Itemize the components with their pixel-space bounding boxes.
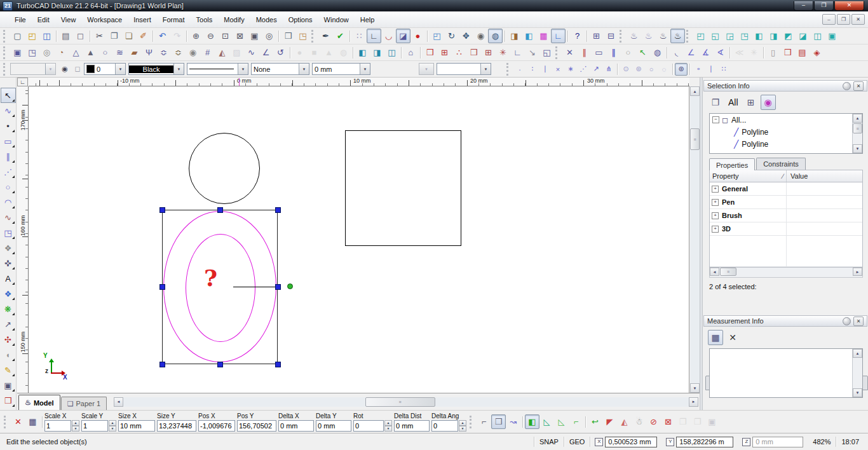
washer-3d-icon[interactable]: ◉ [186,45,200,60]
scroll-down-icon[interactable]: ▼ [690,383,700,393]
assoc-dimension-icon[interactable]: ⌐ [477,414,491,429]
property-row-general[interactable]: +General [710,182,862,196]
copy-array-icon[interactable]: ⊞ [437,45,452,60]
scroll-right-icon[interactable]: ► [853,268,862,276]
snap-compass-icon[interactable]: ⊛ [675,63,688,76]
menu-modify[interactable]: Modify [218,13,250,26]
snap-center-icon[interactable]: ⊚ [632,63,645,76]
scrollbar-thumb[interactable]: ≡ [690,128,700,150]
tree-item-polyline[interactable]: ╱Polyline [710,138,862,150]
view-right-icon[interactable]: ◧ [752,29,766,43]
color-manager-icon[interactable]: ▦ [536,29,551,43]
cancel-inspector-icon[interactable]: ✕ [11,414,25,429]
square-shape[interactable] [345,130,461,246]
db-cylinder-icon[interactable]: ≎ [156,45,171,60]
measurement-table-icon[interactable]: ▦ [708,330,723,345]
lock-position-icon[interactable]: ▯ [766,45,780,60]
scroll-left-icon[interactable]: ◄ [710,268,719,276]
union-2d-icon[interactable]: ◧ [355,45,370,60]
prism-3d-icon[interactable]: ▲ [83,45,98,60]
ucs-toggle-icon[interactable]: ∟ [551,29,566,43]
copy-radial-icon[interactable]: ∴ [452,45,466,60]
scale-x-spinner[interactable]: ▲▼ [72,420,79,432]
apply-properties-icon[interactable]: ◧ [522,29,536,43]
parallel-blue-icon[interactable]: ∥ [606,45,621,60]
x-coordinate-field[interactable]: 0,500523 mm [605,437,657,447]
expand-plus-icon[interactable]: + [712,186,719,193]
pin-icon[interactable] [843,82,851,90]
expand-plus-icon[interactable]: + [712,212,719,219]
assoc-dimension-active-icon[interactable]: ❒ [491,414,506,429]
no-entry-icon[interactable]: ⊘ [646,414,661,429]
marker-tool-icon[interactable]: ✎ [1,362,16,378]
facet-editor-icon[interactable]: ⌂ [403,45,418,60]
angle-3d-icon[interactable]: ∠ [259,45,273,60]
property-row-3d[interactable]: +3D [710,222,862,236]
menu-help[interactable]: Help [355,13,381,26]
sheet-tab-model[interactable]: ♨Model [18,395,60,410]
zoom-page-icon[interactable]: ▣ [247,29,262,43]
empty-combo-small[interactable]: ▼ [419,63,434,75]
workplane-cp-icon[interactable]: ◺ [554,414,569,429]
zoom-window-icon[interactable]: ⊡ [218,29,233,43]
layer-lock-icon[interactable]: ◻ [71,63,84,76]
scroll-right-icon[interactable]: ► [689,397,698,407]
rect-circle-icon[interactable]: ◍ [650,45,665,60]
shell-3d-icon[interactable]: ◔ [54,45,69,60]
menu-file[interactable]: File [9,13,32,26]
corner-trim-icon[interactable]: ∟ [510,45,525,60]
db-cylinder-2-icon[interactable]: ≎ [171,45,186,60]
select-2d-mode-icon[interactable]: ⊞ [589,29,604,43]
menu-format[interactable]: Format [157,13,191,26]
redline-mode-icon[interactable]: ● [410,29,425,43]
spiral-3d-icon[interactable]: ↺ [273,45,288,60]
toolbar-grip[interactable] [3,30,7,43]
cone-3d-icon[interactable]: △ [69,45,83,60]
pos-x-field[interactable] [198,420,235,432]
copy-properties-icon[interactable]: ◨ [507,29,522,43]
dimension-target-icon[interactable]: ◈ [810,45,824,60]
snap-magnetic-icon[interactable]: ◡ [381,29,396,43]
snap-intersection-icon[interactable]: × [552,63,564,76]
scroll-down-icon[interactable]: ▼ [853,388,862,397]
render-quality-icon[interactable]: ♨ [670,29,685,43]
scroll-up-icon[interactable]: ▲ [853,349,862,358]
spline-tool-icon[interactable]: ∿ [1,210,16,225]
selection-handle-ne[interactable] [275,207,281,213]
pattern-linear-icon[interactable]: ❒ [466,45,481,60]
delta-ang-field[interactable] [431,420,458,432]
zoom-in-icon[interactable]: ⊕ [189,29,203,43]
box-tool-icon[interactable]: ◳ [1,225,16,240]
view-back-icon[interactable]: ◲ [722,29,737,43]
dimension-tool-icon[interactable]: ✣ [1,332,16,347]
pattern-array-icon[interactable]: ⊞ [481,45,496,60]
menu-edit[interactable]: Edit [32,13,55,26]
empty-combo-wide[interactable]: ▼ [437,63,491,75]
tree-item-all[interactable]: −◻All... [710,114,862,126]
close-icon[interactable]: ✕ [853,81,864,91]
pattern-combo[interactable]: None ▼ [251,63,309,75]
tree-scrollbar[interactable]: ▲ ≡ ▼ [852,114,862,153]
render-draft-icon[interactable]: ♨ [656,29,670,43]
tree-expander-icon[interactable]: − [712,116,719,123]
pan-view-icon[interactable]: ✥ [459,29,473,43]
z-coordinate-field[interactable]: 0 mm [752,437,803,447]
expand-plus-icon[interactable]: + [712,199,719,206]
image-tool-icon[interactable]: ❖ [1,286,16,301]
revert-arrow-icon[interactable]: ↩ [588,414,602,429]
copy-stack-tool-icon[interactable]: ❒ [1,393,16,408]
size-x-field[interactable] [118,420,155,432]
selection-handle-n[interactable] [217,207,223,213]
context-help-icon[interactable]: ? [570,29,585,43]
toolbar-grip[interactable] [3,46,7,59]
cylinder-3d-icon[interactable]: ○ [98,45,112,60]
rot-spinner[interactable]: ▲▼ [384,420,392,432]
grid-horizontal-scrollbar[interactable]: ◄ ≡ ► [709,268,863,278]
vase-3d-icon[interactable]: Ψ [142,45,156,60]
arc-tool-icon[interactable]: ◠ [1,194,16,210]
slice-3d-icon[interactable]: ▰ [127,45,142,60]
subtract-2d-icon[interactable]: ◨ [370,45,384,60]
delta-y-field[interactable] [316,420,351,432]
toolbar-grip[interactable] [3,63,7,76]
snap-ortho-icon[interactable]: ∣ [705,63,717,76]
